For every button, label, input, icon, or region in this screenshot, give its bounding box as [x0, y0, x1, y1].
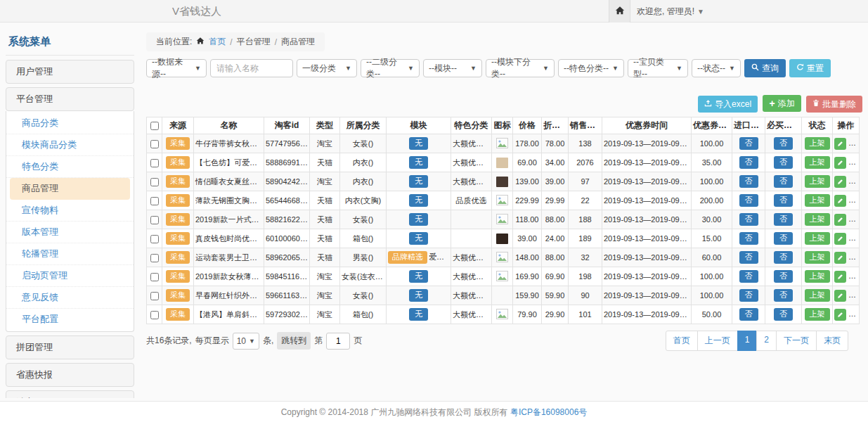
filter-select---模块--[interactable]: --模块--▼	[423, 59, 482, 77]
edit-button[interactable]	[834, 138, 846, 150]
must-buy-toggle[interactable]: 否	[774, 251, 793, 263]
row-checkbox[interactable]	[150, 311, 159, 319]
edit-button[interactable]	[834, 252, 846, 264]
source-badge: 采集	[166, 289, 190, 301]
discount-price: 59.90	[542, 286, 569, 305]
edit-button[interactable]	[834, 271, 846, 283]
source-badge: 采集	[166, 232, 190, 244]
icp-link[interactable]: 粤ICP备16098006号	[510, 407, 587, 417]
sidebar-group-平台管理[interactable]: 平台管理	[6, 87, 134, 111]
add-button[interactable]: + 添加	[763, 95, 801, 112]
import-select-toggle[interactable]: 否	[739, 308, 758, 320]
sidebar-item-商品管理[interactable]: 商品管理	[10, 178, 130, 200]
select-all-checkbox[interactable]	[150, 122, 159, 130]
edit-button[interactable]	[834, 233, 846, 245]
must-buy-toggle[interactable]: 否	[774, 175, 793, 187]
import-select-toggle[interactable]: 否	[739, 251, 758, 263]
sidebar-group-拼团管理[interactable]: 拼团管理	[6, 335, 134, 359]
sidebar-item-启动页管理[interactable]: 启动页管理	[6, 265, 134, 287]
must-buy-toggle[interactable]: 否	[774, 213, 793, 225]
import-select-toggle[interactable]: 否	[739, 137, 758, 149]
row-checkbox[interactable]	[150, 235, 159, 243]
import-select-toggle[interactable]: 否	[739, 194, 758, 206]
home-button[interactable]	[609, 0, 630, 23]
batch-delete-button[interactable]: 批量删除	[806, 96, 862, 113]
row-checkbox[interactable]	[150, 292, 159, 300]
status-toggle[interactable]: 上架	[805, 213, 830, 225]
import-select-toggle[interactable]: 否	[739, 156, 758, 168]
page-button-下一页[interactable]: 下一页	[776, 331, 817, 351]
sidebar-item-商品分类[interactable]: 商品分类	[6, 113, 134, 134]
sidebar-item-宣传物料[interactable]: 宣传物料	[6, 200, 134, 222]
edit-button[interactable]	[834, 176, 846, 188]
page-number-input[interactable]	[326, 333, 350, 350]
sidebar-item-特色分类[interactable]: 特色分类	[6, 156, 134, 178]
status-toggle[interactable]: 上架	[805, 194, 830, 206]
row-checkbox[interactable]	[150, 159, 159, 167]
page-button-1[interactable]: 1	[737, 331, 758, 351]
must-buy-toggle[interactable]: 否	[774, 156, 793, 168]
sidebar-item-意见反馈[interactable]: 意见反馈	[6, 287, 134, 309]
filter-select-一级分类[interactable]: 一级分类▼	[297, 59, 357, 77]
status-toggle[interactable]: 上架	[805, 308, 830, 320]
status-toggle[interactable]: 上架	[805, 270, 830, 282]
row-checkbox[interactable]	[150, 197, 159, 205]
status-toggle[interactable]: 上架	[805, 289, 830, 301]
search-button[interactable]: 查询	[744, 59, 786, 77]
row-checkbox[interactable]	[150, 216, 159, 224]
import-select-toggle[interactable]: 否	[739, 270, 758, 282]
must-buy-toggle[interactable]: 否	[774, 289, 793, 301]
must-buy-toggle[interactable]: 否	[774, 232, 793, 244]
product-category: 女装()	[340, 286, 387, 305]
filter-select---模块下分类--[interactable]: --模块下分类--▼	[486, 59, 555, 77]
user-menu[interactable]: 欢迎您, 管理员!▼	[637, 0, 704, 23]
filter-select---宝贝类型--[interactable]: --宝贝类型--▼	[628, 59, 688, 77]
row-checkbox[interactable]	[150, 178, 159, 186]
edit-button[interactable]	[834, 290, 846, 302]
must-buy-toggle[interactable]: 否	[774, 194, 793, 206]
data-source-select[interactable]: --数据来源-- ▼	[146, 59, 207, 77]
import-select-toggle[interactable]: 否	[739, 175, 758, 187]
status-toggle[interactable]: 上架	[805, 156, 830, 168]
sidebar-item-轮播管理[interactable]: 轮播管理	[6, 243, 134, 265]
edit-button[interactable]	[834, 195, 846, 207]
must-buy-toggle[interactable]: 否	[774, 137, 793, 149]
reset-button[interactable]: 重置	[789, 59, 831, 77]
breadcrumb-home-link[interactable]: 首页	[209, 36, 226, 48]
sidebar-group-用户管理[interactable]: 用户管理	[6, 60, 134, 84]
sidebar-item-平台配置[interactable]: 平台配置	[6, 309, 134, 330]
filter-select---状态--[interactable]: --状态--▼	[692, 59, 741, 77]
page-button-2[interactable]: 2	[756, 331, 777, 351]
status-toggle[interactable]: 上架	[805, 251, 830, 263]
sidebar-group-消息管理[interactable]: 消息管理	[6, 390, 134, 398]
must-buy-toggle[interactable]: 否	[774, 308, 793, 320]
import-select-toggle[interactable]: 否	[739, 213, 758, 225]
jump-button[interactable]: 跳转到	[277, 332, 311, 350]
edit-button[interactable]	[834, 309, 846, 321]
page-button-首页[interactable]: 首页	[666, 331, 698, 351]
row-checkbox[interactable]	[150, 140, 159, 148]
filter-select---特色分类--[interactable]: --特色分类--▼	[558, 59, 624, 77]
import-select-toggle[interactable]: 否	[739, 289, 758, 301]
page-button-上一页[interactable]: 上一页	[697, 331, 738, 351]
must-buy-toggle[interactable]: 否	[774, 270, 793, 282]
import-excel-button[interactable]: 导入excel	[698, 96, 758, 113]
page-size-select[interactable]: 10 ▼	[233, 333, 259, 350]
sidebar-group-省惠快报[interactable]: 省惠快报	[6, 363, 134, 387]
module-none-badge: 无	[409, 175, 428, 187]
sidebar-item-版本管理[interactable]: 版本管理	[6, 222, 134, 243]
filter-select---二级分类--[interactable]: --二级分类--▼	[361, 59, 420, 77]
row-checkbox[interactable]	[150, 273, 159, 281]
copyright-text: Copyright © 2014-2018 广州九驰网络科技有限公司 版权所有	[281, 407, 508, 417]
page-button-末页[interactable]: 末页	[816, 331, 848, 351]
status-toggle[interactable]: 上架	[805, 137, 830, 149]
name-search-input[interactable]	[210, 59, 293, 77]
row-checkbox[interactable]	[150, 254, 159, 262]
sidebar-item-模块商品分类[interactable]: 模块商品分类	[6, 134, 134, 156]
status-toggle[interactable]: 上架	[805, 232, 830, 244]
import-select-toggle[interactable]: 否	[739, 232, 758, 244]
status-toggle[interactable]: 上架	[805, 175, 830, 187]
edit-button[interactable]	[834, 214, 846, 226]
edit-button[interactable]	[834, 157, 846, 169]
module-none-badge: 无	[409, 232, 428, 244]
